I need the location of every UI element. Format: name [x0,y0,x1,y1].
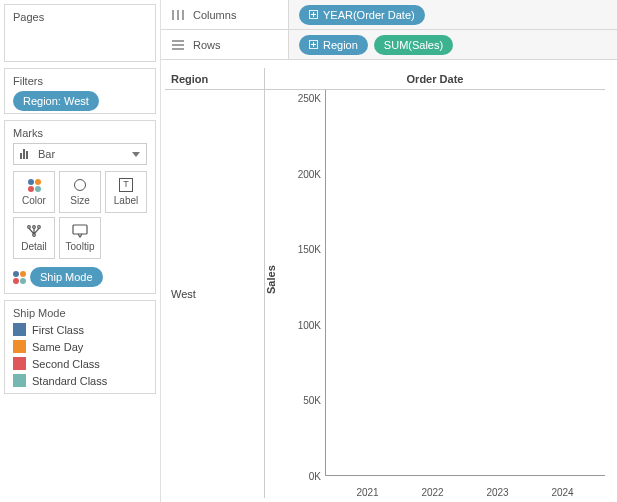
columns-pill-label: YEAR(Order Date) [323,9,415,21]
legend-label: Same Day [32,341,83,353]
x-tick: 2022 [411,487,455,498]
rows-pill-region[interactable]: Region [299,35,368,55]
color-dots-icon [28,179,41,192]
y-tick: 0K [309,471,321,482]
legend-card: Ship Mode First ClassSame DaySecond Clas… [4,300,156,394]
x-axis: 2021202220232024 [325,487,605,498]
columns-shelf[interactable]: Columns YEAR(Order Date) [161,0,617,30]
marks-detail-button[interactable]: Detail [13,217,55,259]
columns-pill-year[interactable]: YEAR(Order Date) [299,5,425,25]
marks-color-label: Color [22,195,46,206]
marks-label-label: Label [114,195,138,206]
expand-icon [309,40,318,49]
filters-shelf[interactable]: Filters Region: West [4,68,156,114]
y-tick: 50K [303,395,321,406]
mark-type-label: Bar [38,148,55,160]
color-encoding-icon [13,271,26,284]
rows-pill-sales-label: SUM(Sales) [384,39,443,51]
rows-pill-sales[interactable]: SUM(Sales) [374,35,453,55]
visualization: Region West Order Date Sales 0K50K100K15… [161,60,617,502]
marks-size-button[interactable]: Size [59,171,101,213]
y-tick: 150K [298,244,321,255]
marks-label-button[interactable]: T Label [105,171,147,213]
detail-icon [26,224,42,238]
column-field-header: Order Date [265,68,605,90]
svg-point-1 [33,226,36,229]
y-tick: 100K [298,319,321,330]
chevron-down-icon [132,152,140,157]
label-icon: T [119,178,133,192]
legend-title: Ship Mode [13,307,147,319]
svg-rect-4 [73,225,87,234]
columns-icon [171,9,185,21]
columns-shelf-label: Columns [193,9,236,21]
svg-point-0 [28,226,31,229]
y-axis: Sales 0K50K100K150K200K250K [265,90,325,498]
mark-type-dropdown[interactable]: Bar [13,143,147,165]
expand-icon [309,10,318,19]
legend-item[interactable]: Same Day [13,340,147,353]
y-tick: 200K [298,168,321,179]
color-encoding-pill-label: Ship Mode [40,271,93,283]
svg-point-2 [38,226,41,229]
legend-label: Second Class [32,358,100,370]
row-value: West [165,90,264,498]
pages-title: Pages [13,11,147,23]
legend-swatch [13,323,26,336]
legend-swatch [13,374,26,387]
svg-point-3 [33,234,36,237]
rows-pill-region-label: Region [323,39,358,51]
marks-detail-label: Detail [21,241,47,252]
legend-item[interactable]: Second Class [13,357,147,370]
legend-item[interactable]: First Class [13,323,147,336]
legend-label: First Class [32,324,84,336]
size-icon [74,179,86,191]
rows-shelf-label: Rows [193,39,221,51]
marks-tooltip-button[interactable]: Tooltip [59,217,101,259]
marks-color-button[interactable]: Color [13,171,55,213]
rows-icon [171,39,185,51]
pages-shelf[interactable]: Pages [4,4,156,62]
filter-pill-region[interactable]: Region: West [13,91,99,111]
filters-title: Filters [13,75,147,87]
legend-item[interactable]: Standard Class [13,374,147,387]
marks-size-label: Size [70,195,89,206]
plot-area[interactable] [325,90,605,476]
row-field-header: Region [165,68,264,90]
legend-label: Standard Class [32,375,107,387]
bar-icon [20,149,32,159]
legend-swatch [13,340,26,353]
y-axis-label: Sales [265,265,277,294]
legend-swatch [13,357,26,370]
marks-card: Marks Bar Color [4,120,156,294]
y-tick: 250K [298,93,321,104]
color-encoding-pill[interactable]: Ship Mode [30,267,103,287]
x-tick: 2023 [476,487,520,498]
filter-pill-label: Region: West [23,95,89,107]
marks-title: Marks [13,127,147,139]
rows-shelf[interactable]: Rows Region SUM(Sales) [161,30,617,60]
tooltip-icon [72,224,88,238]
x-tick: 2021 [346,487,390,498]
x-tick: 2024 [541,487,585,498]
marks-tooltip-label: Tooltip [66,241,95,252]
